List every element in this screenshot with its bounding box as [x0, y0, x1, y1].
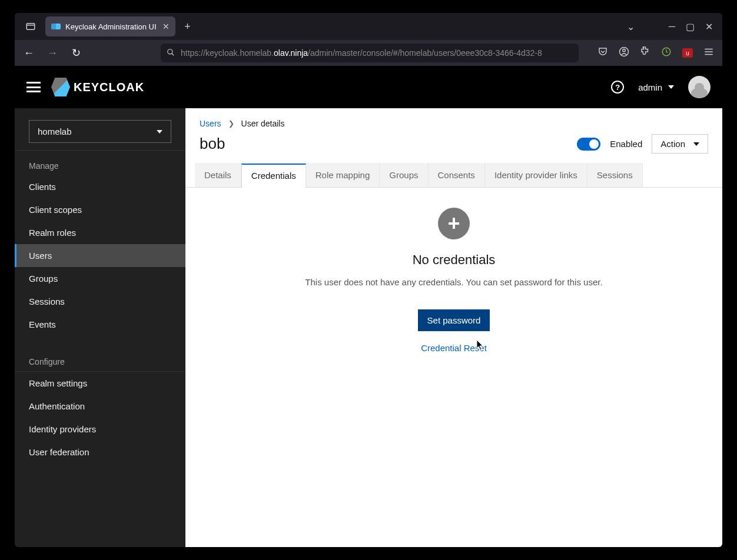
avatar[interactable] — [688, 76, 711, 98]
caret-down-icon — [668, 85, 674, 89]
realm-selector[interactable]: homelab — [29, 120, 171, 143]
forward-button: → — [43, 47, 62, 59]
app-header: KEYCLOAK ? admin — [15, 66, 722, 108]
browser-toolbar: ← → ↻ https://keycloak.homelab.olav.ninj… — [15, 40, 722, 66]
shield-icon[interactable] — [661, 46, 672, 59]
tab-sessions[interactable]: Sessions — [587, 163, 643, 187]
breadcrumb-users[interactable]: Users — [200, 119, 221, 128]
tab-overflow-icon[interactable]: ⌄ — [627, 21, 635, 32]
page-title: bob — [200, 135, 225, 153]
plus-circle-icon: + — [438, 208, 470, 239]
tab-credentials[interactable]: Credentials — [241, 164, 306, 188]
tab-title: Keycloak Administration UI — [65, 22, 157, 31]
empty-description: This user does not have any credentials.… — [305, 277, 602, 287]
brand-logo[interactable]: KEYCLOAK — [51, 78, 144, 96]
url-bar[interactable]: https://keycloak.homelab.olav.ninja/admi… — [161, 44, 579, 62]
search-icon — [167, 48, 175, 58]
reload-button[interactable]: ↻ — [67, 46, 85, 59]
extensions-icon[interactable] — [640, 46, 650, 59]
browser-tabbar: Keycloak Administration UI ✕ + ⌄ ─ ▢ ✕ — [15, 13, 722, 40]
account-icon[interactable] — [619, 46, 629, 59]
sidebar-item-realm-settings[interactable]: Realm settings — [15, 372, 185, 395]
username-label: admin — [638, 82, 662, 92]
tab-groups[interactable]: Groups — [380, 163, 428, 187]
menu-icon[interactable] — [703, 46, 714, 59]
tabs: Details Credentials Role mapping Groups … — [185, 163, 722, 188]
maximize-button[interactable]: ▢ — [686, 21, 695, 32]
breadcrumb-current: User details — [241, 119, 285, 128]
sidebar-section-configure: Configure — [15, 346, 185, 371]
sidebar-item-events[interactable]: Events — [15, 313, 185, 336]
sidebar-item-realm-roles[interactable]: Realm roles — [15, 221, 185, 244]
sidebar-item-groups[interactable]: Groups — [15, 267, 185, 290]
nav-toggle-button[interactable] — [26, 82, 41, 92]
sidebar-item-sessions[interactable]: Sessions — [15, 290, 185, 313]
chevron-right-icon: ❯ — [228, 119, 234, 128]
new-tab-button[interactable]: + — [179, 21, 197, 33]
breadcrumb: Users ❯ User details — [185, 108, 722, 132]
sidebar-item-user-federation[interactable]: User federation — [15, 441, 185, 464]
tab-identity-provider-links[interactable]: Identity provider links — [485, 163, 587, 187]
close-tab-icon[interactable]: ✕ — [162, 22, 170, 31]
realm-name: homelab — [38, 126, 72, 136]
action-label: Action — [660, 139, 685, 149]
sidebar-item-users[interactable]: Users — [15, 244, 185, 267]
empty-title: No credentials — [413, 252, 496, 268]
sidebar-item-identity-providers[interactable]: Identity providers — [15, 418, 185, 441]
window-controls: ⌄ ─ ▢ ✕ — [627, 21, 718, 32]
enabled-label: Enabled — [610, 139, 642, 149]
svg-rect-0 — [26, 24, 35, 30]
empty-state: + No credentials This user does not have… — [185, 188, 722, 547]
sidebar-section-manage: Manage — [15, 151, 185, 175]
minimize-button[interactable]: ─ — [669, 21, 675, 32]
caret-down-icon — [157, 130, 162, 134]
tab-role-mapping[interactable]: Role mapping — [306, 163, 380, 187]
logo-icon — [51, 78, 70, 96]
svg-point-3 — [623, 49, 626, 52]
set-password-button[interactable]: Set password — [418, 309, 490, 331]
user-menu[interactable]: admin — [638, 82, 674, 92]
container-icon[interactable] — [19, 21, 42, 32]
favicon-icon — [51, 24, 61, 29]
brand-text: KEYCLOAK — [74, 81, 144, 94]
url-text: https://keycloak.homelab.olav.ninja/admi… — [181, 48, 542, 58]
pocket-icon[interactable] — [597, 46, 608, 59]
sidebar-item-clients[interactable]: Clients — [15, 175, 185, 198]
tab-consents[interactable]: Consents — [429, 163, 485, 187]
back-button[interactable]: ← — [19, 47, 38, 59]
credential-reset-link[interactable]: Credential Reset — [421, 343, 487, 353]
sidebar: homelab Manage Clients Client scopes Rea… — [15, 108, 185, 547]
sidebar-item-client-scopes[interactable]: Client scopes — [15, 198, 185, 221]
enabled-toggle[interactable] — [577, 138, 600, 151]
help-button[interactable]: ? — [611, 81, 624, 94]
browser-tab[interactable]: Keycloak Administration UI ✕ — [45, 16, 175, 36]
close-window-button[interactable]: ✕ — [705, 21, 713, 32]
tab-details[interactable]: Details — [195, 163, 241, 187]
sidebar-item-authentication[interactable]: Authentication — [15, 395, 185, 418]
main-content: Users ❯ User details bob Enabled Action — [185, 108, 722, 547]
ublock-icon[interactable]: u — [682, 48, 693, 58]
action-dropdown[interactable]: Action — [652, 134, 708, 154]
svg-point-1 — [168, 49, 172, 54]
caret-down-icon — [693, 142, 699, 146]
